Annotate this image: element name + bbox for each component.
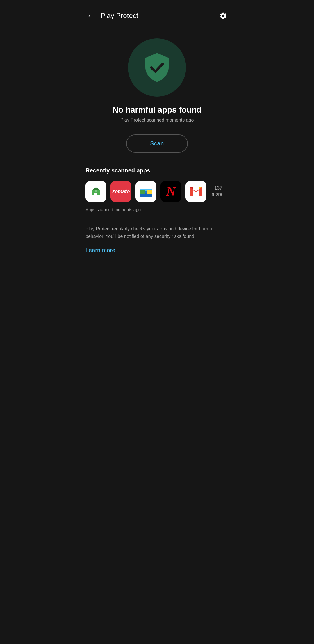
zomato-text: zomato — [112, 188, 130, 195]
gmail-m-svg — [189, 186, 203, 197]
netflix-n: N — [166, 184, 176, 199]
shield-icon — [142, 51, 172, 83]
app-icon-netflix[interactable]: N — [160, 181, 181, 202]
app-icon-google-home[interactable] — [85, 181, 106, 202]
google-home-svg — [89, 184, 103, 198]
svg-rect-12 — [147, 190, 152, 194]
app-icon-zomato[interactable]: zomato — [110, 181, 131, 202]
shield-container — [78, 27, 236, 105]
scan-button-container: Scan — [78, 131, 236, 164]
page-title: Play Protect — [97, 12, 217, 20]
app-icon-gmail[interactable] — [185, 181, 206, 202]
status-subtitle: Play Protect scanned moments ago — [90, 118, 224, 123]
apps-timestamp: Apps scanned moments ago — [85, 207, 229, 212]
back-arrow-icon: ← — [87, 11, 94, 20]
wallet-svg — [138, 184, 154, 199]
svg-rect-11 — [140, 190, 145, 194]
divider — [85, 218, 229, 218]
svg-rect-2 — [95, 190, 97, 192]
gmail-inner — [185, 181, 206, 202]
shield-circle — [128, 38, 186, 97]
settings-button[interactable] — [217, 9, 230, 22]
status-section: No harmful apps found Play Protect scann… — [78, 105, 236, 131]
scan-button[interactable]: Scan — [126, 134, 188, 153]
svg-rect-1 — [94, 193, 97, 195]
divider-container — [78, 218, 236, 218]
more-count: +137more — [212, 185, 222, 198]
description-text: Play Protect regularly checks your apps … — [85, 225, 229, 240]
apps-row: zomato N — [85, 181, 229, 202]
gear-icon — [219, 12, 227, 20]
recently-scanned-section: Recently scanned apps zomato — [78, 164, 236, 212]
status-title: No harmful apps found — [90, 105, 224, 115]
learn-more-link[interactable]: Learn more — [85, 247, 115, 253]
app-icon-wallet[interactable] — [135, 181, 156, 202]
description-section: Play Protect regularly checks your apps … — [78, 225, 236, 262]
recently-scanned-title: Recently scanned apps — [85, 167, 229, 174]
header: ← Play Protect — [78, 0, 236, 27]
back-button[interactable]: ← — [84, 9, 97, 22]
